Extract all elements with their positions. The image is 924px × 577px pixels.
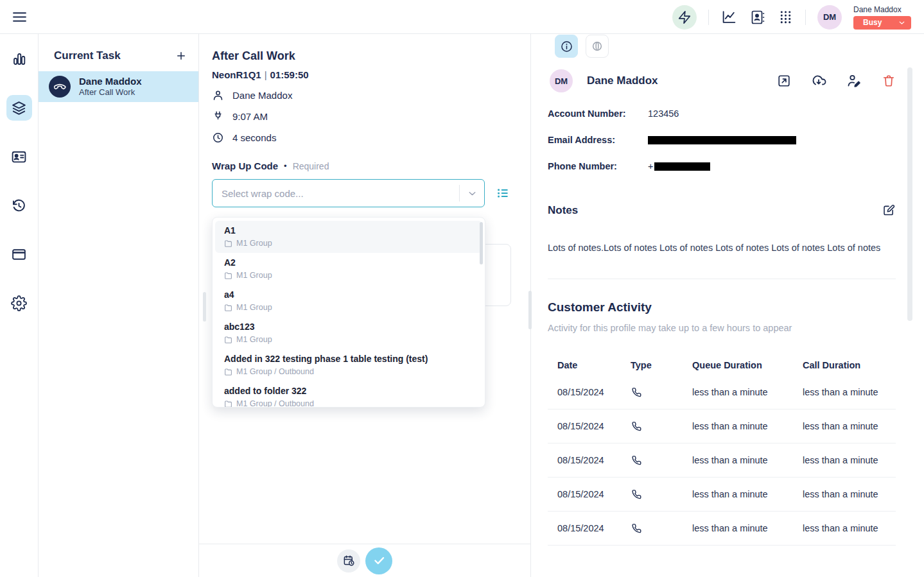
task-panel-scrollbar[interactable] [203,292,206,322]
field-email: Email Address: [548,135,896,145]
activity-queue-duration: less than a minute [692,489,803,499]
field-value: 123456 [648,108,679,119]
duration-row: 4 seconds [212,132,530,144]
column-header-queue-duration: Queue Duration [692,360,803,370]
current-task-panel: Current Task Dane Maddox After Call Work [39,34,199,577]
activity-table-row[interactable]: 08/15/2024 less than a minute less than … [548,512,896,546]
wrap-code-input[interactable] [213,188,459,199]
rail-analytics-icon[interactable] [6,46,32,72]
customer-activity-title: Customer Activity [548,300,896,314]
acw-separator: | [261,69,270,80]
profile-name: Dane Maddox [587,74,658,87]
task-list-item[interactable]: Dane Maddox After Call Work [39,71,198,102]
activity-call-duration: less than a minute [803,489,896,499]
wrap-code-option[interactable]: a4 M1 Group [215,285,482,317]
address-book-icon[interactable] [749,9,765,26]
line-chart-icon[interactable] [720,9,737,26]
activity-table-header: Date Type Queue Duration Call Duration [548,350,896,375]
activity-table-row[interactable]: 08/15/2024 less than a minute less than … [548,444,896,478]
calendar-clock-icon [343,555,355,567]
phone-icon [631,522,692,534]
contact-name: Dane Maddox [232,90,292,101]
wrap-code-option-group: M1 Group [236,239,272,248]
status-dropdown[interactable]: Busy [853,16,911,30]
wrap-code-option[interactable]: Added in 322 testing phase 1 table testi… [215,349,482,381]
duration: 4 seconds [232,132,276,143]
task-avatar [49,76,71,98]
activity-queue-duration: less than a minute [692,421,803,431]
wrap-code-select[interactable] [212,179,485,207]
wrap-code-list-button[interactable] [493,183,513,203]
wrap-code-option[interactable]: abc123 M1 Group [215,317,482,349]
column-header-date: Date [557,360,631,370]
start-time: 9:07 AM [232,111,268,122]
wrap-code-option-label: A1 [224,225,473,237]
edit-notes-icon[interactable] [882,203,896,217]
folder-icon [224,271,232,280]
field-label: Phone Number: [548,161,648,171]
wrap-up-label-row: Wrap Up Code • Required [212,160,530,171]
user-avatar[interactable]: DM [817,5,842,30]
activity-call-duration: less than a minute [803,523,896,533]
wrap-code-dropdown: A1 M1 Group A2 M1 Group [212,217,485,408]
rail-history-icon[interactable] [6,193,32,218]
tab-profile-info[interactable] [555,35,578,58]
rail-settings-icon[interactable] [6,290,32,316]
wrap-code-option-group: M1 Group [236,335,272,345]
chevron-down-icon[interactable] [460,188,484,199]
activity-call-duration: less than a minute [803,455,896,465]
task-panel-title: Current Task [54,49,121,62]
wrap-code-option-group: M1 Group / Outbound [236,367,314,377]
activity-queue-duration: less than a minute [692,387,803,397]
wrap-code-option[interactable]: A1 M1 Group [215,221,482,253]
add-task-button[interactable] [175,50,187,62]
field-phone: Phone Number: + [548,161,896,171]
folder-icon [224,336,232,344]
phone-icon [631,488,692,500]
tab-ai-insights[interactable] [586,35,609,58]
profile-avatar: DM [550,69,573,92]
info-icon [560,40,573,53]
redacted-phone-value [654,162,710,171]
cloud-download-icon[interactable] [811,73,826,89]
user-edit-icon[interactable] [846,73,862,89]
activity-table-row[interactable]: 08/15/2024 less than a minute less than … [548,375,896,409]
schedule-callback-button[interactable] [337,549,360,573]
wrap-code-option-label: a4 [224,289,473,301]
rail-browser-icon[interactable] [6,241,32,267]
wrap-code-option[interactable]: A2 M1 Group [215,253,482,285]
folder-icon [224,239,232,248]
activity-call-duration: less than a minute [803,421,896,431]
complete-task-button[interactable] [365,547,392,574]
lightning-icon [677,10,692,24]
field-account-number: Account Number: 123456 [548,108,896,119]
required-bullet: • [284,161,287,171]
acw-panel-scrollbar[interactable] [528,291,532,329]
hamburger-menu-icon[interactable] [12,9,28,25]
activity-table-row[interactable]: 08/15/2024 less than a minute less than … [548,409,896,444]
column-header-call-duration: Call Duration [803,360,896,370]
start-time-row: 9:07 AM [212,110,530,123]
quick-action-button[interactable] [672,5,697,30]
activity-date: 08/15/2024 [557,489,631,499]
dropdown-scrollbar[interactable] [480,222,483,264]
customer-profile-panel: DM Dane Maddox Account Number: 123456 [531,34,924,577]
user-name: Dane Maddox [853,5,911,14]
check-icon [372,554,386,567]
person-icon [212,89,224,101]
acw-title: After Call Work [212,49,530,63]
open-in-new-icon[interactable] [777,74,791,88]
notes-divider [548,279,896,279]
wrap-code-option[interactable]: added to folder 322 M1 Group / Outbound [215,381,482,408]
activity-table-row[interactable]: 08/15/2024 less than a minute less than … [548,478,896,512]
dialpad-icon[interactable] [777,9,794,26]
trash-icon[interactable] [882,74,896,88]
required-label: Required [293,161,329,171]
activity-date: 08/15/2024 [557,523,631,533]
rail-contacts-icon[interactable] [6,144,32,169]
field-label: Email Address: [548,135,648,145]
brain-icon [591,40,604,53]
phone-prefix: + [648,161,653,171]
rail-tasks-icon[interactable] [6,95,32,121]
profile-panel-scrollbar[interactable] [907,67,912,321]
